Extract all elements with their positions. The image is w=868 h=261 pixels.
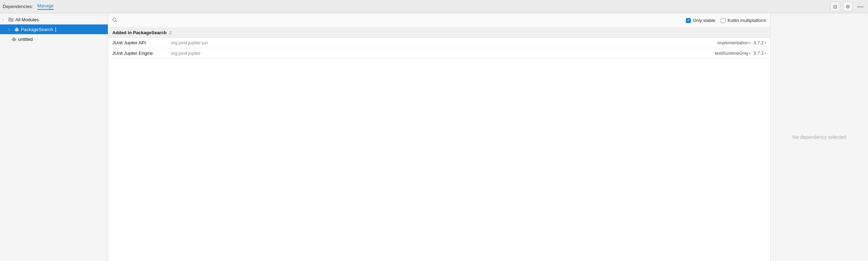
packagesearch-arrow: › bbox=[8, 28, 13, 31]
filter-options: Only stable Kotlin multiplatform bbox=[686, 18, 766, 23]
section-header-added-in-packagesearch: Added in PackageSearch 2 bbox=[108, 28, 770, 38]
only-stable-option[interactable]: Only stable bbox=[686, 18, 715, 23]
manage-tab[interactable]: Manage bbox=[37, 3, 54, 10]
version-dropdown-arrow-0[interactable]: ▾ bbox=[764, 41, 766, 45]
search-area bbox=[112, 17, 682, 23]
packagesearch-icon bbox=[14, 27, 20, 32]
pkg-name-0: JUnit Jupiter API bbox=[112, 40, 168, 45]
pkg-group-1: org.junit.jupiter bbox=[171, 51, 712, 56]
packagesearch-label: PackageSearch bbox=[21, 27, 53, 32]
sidebar-item-untitled[interactable]: untitled bbox=[0, 34, 108, 44]
scope-dropdown-arrow-0[interactable]: ▾ bbox=[749, 41, 751, 45]
right-panel: No dependency selected bbox=[770, 13, 868, 261]
version-dropdown-arrow-1[interactable]: ▾ bbox=[764, 52, 766, 55]
package-row-junit-jupiter-api[interactable]: JUnit Jupiter API org.junit.jupiter:jun … bbox=[108, 38, 770, 48]
pkg-name-1: JUnit Jupiter Engine bbox=[112, 51, 168, 56]
filter-bar: Only stable Kotlin multiplatform bbox=[108, 13, 770, 28]
minimize-icon: — bbox=[857, 3, 863, 10]
sidebar-item-packagesearch[interactable]: › PackageSearch | bbox=[0, 24, 108, 34]
package-list: Added in PackageSearch 2 JUnit Jupiter A… bbox=[108, 28, 770, 261]
pkg-group-0: org.junit.jupiter:jun bbox=[171, 40, 715, 45]
search-icon bbox=[112, 17, 117, 23]
scope-dropdown-arrow-1[interactable]: ▾ bbox=[749, 52, 751, 55]
all-modules-arrow: › bbox=[3, 18, 7, 22]
gear-icon: ⚙ bbox=[846, 4, 850, 9]
untitled-icon bbox=[11, 36, 17, 42]
section-title: Added in PackageSearch bbox=[112, 30, 166, 35]
app-window: Dependencies: Manage ⊟ ⚙ — › bbox=[0, 0, 868, 261]
pkg-scope-1: testRuntimeOnly ▾ bbox=[715, 51, 751, 56]
kotlin-multiplatform-label: Kotlin multiplatform bbox=[727, 18, 766, 23]
title-bar: Dependencies: Manage ⊟ ⚙ — bbox=[0, 0, 868, 13]
settings-icon-button[interactable]: ⚙ bbox=[843, 2, 853, 12]
sidebar: › All Modules › bbox=[0, 13, 108, 261]
cursor: | bbox=[55, 27, 57, 32]
layout-icon: ⊟ bbox=[833, 4, 837, 9]
minimize-icon-button[interactable]: — bbox=[855, 2, 865, 12]
pkg-version-1: 5.7.2 ▾ bbox=[754, 51, 766, 56]
pkg-scope-0: implementation ▾ bbox=[718, 40, 751, 45]
folder-icon bbox=[8, 17, 14, 22]
kotlin-multiplatform-checkbox[interactable] bbox=[721, 18, 726, 23]
no-dependency-selected-text: No dependency selected bbox=[792, 134, 846, 140]
only-stable-checkbox[interactable] bbox=[686, 18, 691, 23]
svg-line-11 bbox=[116, 21, 117, 22]
only-stable-label: Only stable bbox=[693, 18, 715, 23]
section-count: 2 bbox=[169, 30, 172, 35]
layout-icon-button[interactable]: ⊟ bbox=[830, 2, 840, 12]
title-bar-actions: ⊟ ⚙ — bbox=[830, 2, 865, 12]
dependencies-label: Dependencies: bbox=[3, 4, 33, 9]
all-modules-label: All Modules bbox=[15, 17, 39, 22]
untitled-label: untitled bbox=[18, 37, 33, 42]
main-content: › All Modules › bbox=[0, 13, 868, 261]
pkg-version-0: 5.7.2 ▾ bbox=[754, 40, 766, 45]
sidebar-item-all-modules[interactable]: › All Modules bbox=[0, 15, 108, 24]
svg-rect-1 bbox=[8, 17, 11, 19]
search-input[interactable] bbox=[119, 18, 682, 23]
svg-point-5 bbox=[16, 28, 17, 29]
svg-point-9 bbox=[14, 38, 15, 39]
kotlin-multiplatform-option[interactable]: Kotlin multiplatform bbox=[721, 18, 766, 23]
main-panel: Only stable Kotlin multiplatform Added i… bbox=[108, 13, 770, 261]
package-row-junit-jupiter-engine[interactable]: JUnit Jupiter Engine org.junit.jupiter t… bbox=[108, 48, 770, 59]
